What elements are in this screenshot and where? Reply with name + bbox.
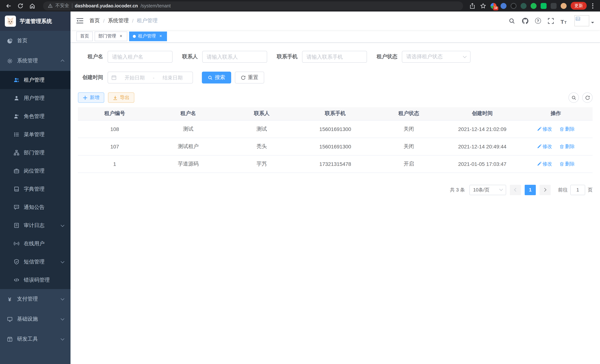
extension-icon-3[interactable] <box>511 3 516 9</box>
sidebar-item-audit-log[interactable]: 审计日志 <box>0 216 71 234</box>
sidebar-item-notice[interactable]: 通知公告 <box>0 198 71 216</box>
menu-label: 审计日志 <box>24 222 45 229</box>
filter-row-1: 租户名 联系人 联系手机 <box>78 51 593 63</box>
chevron-down-icon <box>463 54 467 58</box>
sidebar-item-user[interactable]: 用户管理 <box>0 89 71 107</box>
fullscreen-icon[interactable] <box>547 17 554 24</box>
sidebar-item-dept[interactable]: 部门管理 <box>0 144 71 162</box>
sidebar-item-error-code[interactable]: 错误码管理 <box>0 271 71 289</box>
tenant-name-input[interactable] <box>108 51 173 63</box>
extension-icon-2[interactable] <box>501 3 506 9</box>
chevron-down-icon <box>61 223 64 227</box>
share-icon[interactable] <box>469 2 476 9</box>
tab-dept[interactable]: 部门管理 × <box>95 31 127 41</box>
monitor-icon <box>7 316 13 322</box>
edit-link[interactable]: 修改 <box>537 143 552 150</box>
sidebar-item-role[interactable]: 角色管理 <box>0 107 71 125</box>
tab-tenant[interactable]: 租户管理 × <box>129 31 167 41</box>
cell-status: 开启 <box>372 155 445 173</box>
breadcrumb-item-system[interactable]: 系统管理 <box>108 18 129 24</box>
edit-link[interactable]: 修改 <box>537 160 552 167</box>
extension-icon-6[interactable] <box>541 3 547 9</box>
sidebar-item-system[interactable]: 系统管理 <box>0 51 71 71</box>
phone-field[interactable] <box>307 54 363 60</box>
tab-close-icon[interactable]: × <box>118 34 123 39</box>
user-avatar[interactable] <box>574 15 594 26</box>
search-button[interactable]: 搜索 <box>202 72 231 84</box>
tab-close-icon[interactable]: × <box>158 34 163 39</box>
page-size-select[interactable]: 10条/页 <box>469 185 506 195</box>
chrome-update-button[interactable]: 更新 <box>571 2 587 10</box>
export-button[interactable]: 导出 <box>108 92 134 103</box>
reload-icon[interactable] <box>17 2 24 9</box>
chevron-down-icon <box>499 187 503 191</box>
end-date-input[interactable] <box>156 75 189 80</box>
sidebar-item-dict[interactable]: 字典管理 <box>0 180 71 198</box>
column-header-status: 租户状态 <box>372 107 445 120</box>
contact-field[interactable] <box>207 54 263 60</box>
sidebar-item-menu[interactable]: 菜单管理 <box>0 125 71 144</box>
toggle-search-button[interactable] <box>568 92 579 103</box>
pagination: 共 3 条 10条/页 1 前往 页 <box>78 185 593 195</box>
extension-icon-5[interactable] <box>531 3 536 9</box>
sidebar-item-infra[interactable]: 基础设施 <box>0 309 71 329</box>
chrome-menu-icon[interactable] <box>591 2 595 9</box>
pagination-total: 共 3 条 <box>450 187 465 193</box>
chevron-down-icon <box>61 297 64 300</box>
menu-label: 通知公告 <box>24 204 45 211</box>
delete-link[interactable]: 删除 <box>560 143 575 150</box>
menu-label: 首页 <box>17 37 28 44</box>
sidebar-item-tenant[interactable]: 租户管理 <box>0 71 71 89</box>
refresh-icon <box>585 95 590 100</box>
sidebar-item-dev-tool[interactable]: 研发工具 <box>0 329 71 349</box>
goto-page-input[interactable] <box>570 185 585 195</box>
breadcrumb-separator: / <box>132 18 134 24</box>
tab-home[interactable]: 首页 <box>76 31 93 41</box>
home-icon[interactable] <box>29 2 36 9</box>
extension-icon-7[interactable] <box>551 3 557 9</box>
back-icon[interactable] <box>5 2 12 9</box>
sidebar-toggle-icon[interactable] <box>76 18 84 24</box>
delete-link[interactable]: 删除 <box>560 126 575 132</box>
github-icon[interactable] <box>522 17 529 24</box>
refresh-table-button[interactable] <box>582 92 593 103</box>
book-icon <box>13 186 19 192</box>
add-button[interactable]: 新增 <box>78 92 104 103</box>
contact-input[interactable] <box>202 51 267 63</box>
edit-link[interactable]: 修改 <box>537 126 552 132</box>
page-1-button[interactable]: 1 <box>525 185 536 195</box>
sidebar-item-post[interactable]: 岗位管理 <box>0 162 71 180</box>
menu-label: 角色管理 <box>24 113 45 120</box>
menu-label: 短信管理 <box>24 258 45 265</box>
table-row: 108 测试 测试 15601691300 关闭 2021-12-14 21:0… <box>78 120 593 138</box>
menu-list-icon <box>13 131 19 138</box>
search-icon <box>208 75 213 80</box>
gear-icon <box>7 58 13 64</box>
bookmark-star-icon[interactable] <box>480 2 487 9</box>
reset-button[interactable]: 重置 <box>235 72 264 84</box>
start-date-input[interactable] <box>118 75 151 80</box>
search-icon[interactable] <box>508 17 515 24</box>
profile-avatar-icon[interactable] <box>561 3 567 9</box>
breadcrumb-item-home[interactable]: 首页 <box>89 18 100 24</box>
font-size-icon[interactable]: TT <box>561 17 567 24</box>
status-select[interactable]: 请选择租户状态 <box>402 51 470 63</box>
address-bar[interactable]: 不安全 dashboard.yudao.iocoder.cn/system/te… <box>43 1 463 10</box>
delete-link[interactable]: 删除 <box>560 160 575 167</box>
sidebar-item-online-user[interactable]: 在线用户 <box>0 234 71 253</box>
sidebar-item-home[interactable]: 首页 <box>0 31 71 51</box>
extension-icon-4[interactable] <box>521 3 526 9</box>
sidebar-item-sms[interactable]: 短信管理 <box>0 253 71 271</box>
prev-page-button[interactable] <box>510 185 521 195</box>
sidebar-item-pay[interactable]: ¥ 支付管理 <box>0 289 71 309</box>
cell-tenant-name: 测试租户 <box>151 138 225 155</box>
cell-actions: 修改 删除 <box>519 120 593 138</box>
extension-icon-1[interactable]: 10 <box>490 3 497 9</box>
tenant-name-field[interactable] <box>112 54 168 60</box>
next-page-button[interactable] <box>540 185 551 195</box>
create-time-range-input[interactable]: - <box>108 72 193 84</box>
broadcast-icon <box>13 241 19 247</box>
cell-contact: 秃头 <box>225 138 299 155</box>
help-icon[interactable]: ? <box>535 18 541 24</box>
phone-input[interactable] <box>302 51 367 63</box>
